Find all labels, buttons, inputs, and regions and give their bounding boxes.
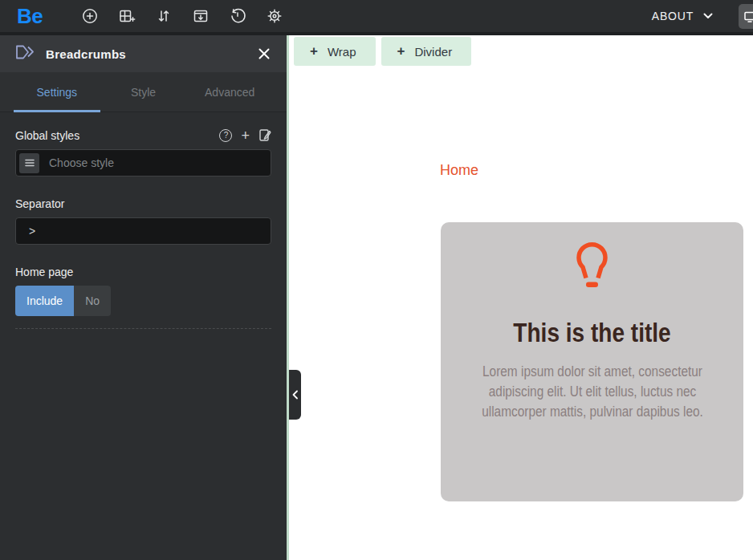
reorder-icon[interactable] [155, 7, 173, 25]
global-style-select[interactable] [15, 149, 271, 177]
home-page-toggle: Include No [15, 286, 111, 316]
panel-body: Global styles ? + Se [0, 112, 287, 560]
history-icon[interactable] [229, 7, 246, 25]
panel-title: Breadcrumbs [46, 47, 126, 61]
home-page-no-option[interactable]: No [74, 286, 111, 316]
settings-sidebar: Breadcrumbs Settings Style Advanced Glob… [0, 35, 287, 560]
style-list-icon[interactable] [19, 153, 39, 173]
add-section-icon[interactable] [118, 7, 136, 25]
divider-button-label: Divider [414, 45, 452, 59]
content-card[interactable]: This is the title Lorem ipsum dolor sit … [441, 222, 743, 501]
chevron-down-icon[interactable] [702, 10, 714, 22]
separator-label: Separator [15, 197, 64, 210]
page-builder-app: Be ABOUT [0, 0, 753, 560]
close-icon[interactable] [257, 47, 271, 61]
breadcrumb-home-link[interactable]: Home [440, 162, 478, 179]
add-style-icon[interactable]: + [241, 129, 250, 142]
device-preview-button[interactable] [739, 4, 753, 29]
breadcrumbs-element-icon [15, 44, 36, 63]
plus-icon: + [397, 43, 405, 59]
tab-style[interactable]: Style [100, 72, 187, 112]
global-styles-label: Global styles [15, 129, 79, 142]
topbar: Be ABOUT [0, 0, 753, 32]
help-icon[interactable]: ? [219, 129, 232, 142]
wrap-button-label: Wrap [328, 45, 356, 59]
separator-input[interactable] [16, 225, 271, 237]
add-element-icon[interactable] [81, 7, 99, 25]
about-menu[interactable]: ABOUT [652, 10, 694, 22]
settings-gear-icon[interactable] [266, 7, 283, 25]
home-page-label: Home page [15, 266, 73, 278]
main-area: Breadcrumbs Settings Style Advanced Glob… [0, 35, 753, 560]
template-library-icon[interactable] [192, 7, 210, 25]
style-library-icon[interactable] [258, 128, 271, 142]
topbar-icon-group [81, 7, 283, 25]
panel-tabs: Settings Style Advanced [0, 72, 287, 112]
plus-icon: + [310, 43, 318, 59]
divider-button[interactable]: + Divider [381, 37, 472, 66]
tab-advanced[interactable]: Advanced [186, 72, 273, 112]
preview-canvas: + Wrap + Divider Home This is the title … [289, 35, 753, 560]
betheme-logo[interactable]: Be [17, 4, 43, 29]
tab-settings[interactable]: Settings [14, 72, 100, 112]
sidebar-collapse-handle[interactable] [289, 370, 301, 420]
card-title: This is the title [513, 318, 670, 348]
canvas-toolbar: + Wrap + Divider [294, 37, 471, 66]
section-divider [15, 328, 271, 329]
lightbulb-icon [573, 241, 611, 289]
wrap-button[interactable]: + Wrap [294, 37, 376, 66]
separator-field[interactable] [15, 217, 271, 245]
panel-header: Breadcrumbs [0, 35, 287, 72]
card-body-text: Lorem ipsum dolor sit amet, consectetur … [478, 362, 706, 422]
choose-style-input[interactable] [39, 156, 271, 169]
home-page-include-option[interactable]: Include [15, 286, 74, 316]
